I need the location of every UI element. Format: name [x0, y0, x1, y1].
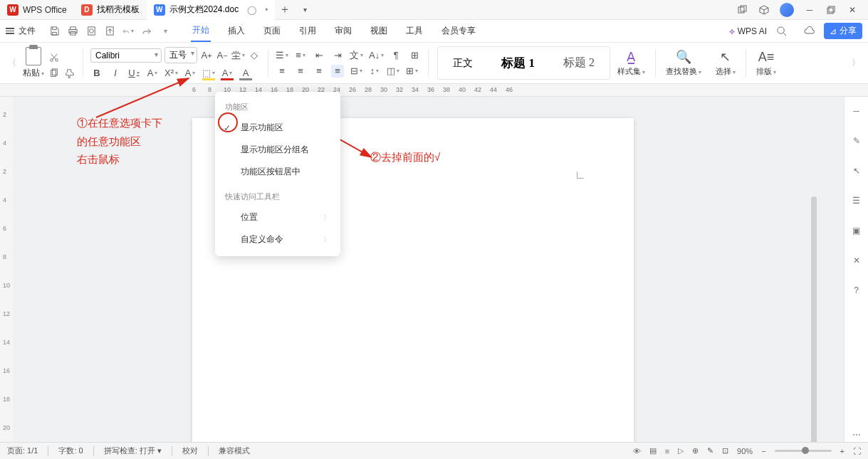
- style-normal[interactable]: 正文: [441, 52, 485, 75]
- tab-dropdown-button[interactable]: ▾: [295, 6, 315, 14]
- new-tab-button[interactable]: ＋: [275, 2, 295, 17]
- bullets-button[interactable]: ☰: [276, 49, 288, 62]
- strikethrough-button[interactable]: A: [146, 66, 159, 79]
- pencil-icon[interactable]: ✎: [849, 134, 864, 148]
- font-name-select[interactable]: Calibri: [90, 48, 162, 63]
- zoom-in-button[interactable]: +: [840, 447, 845, 455]
- align-left-button[interactable]: ≡: [276, 65, 288, 78]
- status-page[interactable]: 页面: 1/1: [7, 445, 38, 456]
- style-gallery[interactable]: 正文 标题 1 标题 2: [437, 46, 610, 80]
- grow-font-icon[interactable]: A+: [200, 49, 213, 62]
- style-heading1[interactable]: 标题 1: [489, 50, 547, 76]
- save-icon[interactable]: [48, 26, 60, 37]
- view-grid-icon[interactable]: ⊡: [722, 446, 728, 455]
- cloud-icon[interactable]: [804, 26, 815, 37]
- find-replace-button[interactable]: 🔍 查找替换: [659, 49, 708, 77]
- tab-tools[interactable]: 工具: [404, 21, 424, 41]
- collapse-icon[interactable]: ─: [849, 104, 864, 118]
- ribbon-scroll-right[interactable]: 〉: [849, 57, 862, 69]
- text-effect-button[interactable]: A: [184, 66, 197, 79]
- clear-format-icon[interactable]: ◇: [248, 49, 261, 62]
- search-icon[interactable]: [775, 26, 787, 37]
- ribbon-scroll-left[interactable]: 〈: [6, 57, 19, 69]
- ctx-center-buttons[interactable]: 功能区按钮居中: [215, 161, 340, 183]
- qat-customize-button[interactable]: ▾: [160, 26, 171, 37]
- ctx-customize[interactable]: 自定义命令 〉: [215, 228, 340, 250]
- zoom-level[interactable]: 90%: [737, 447, 753, 455]
- tab-view[interactable]: 视图: [369, 21, 389, 41]
- distribute-button[interactable]: ⊟: [350, 65, 362, 78]
- font-color-button[interactable]: A: [221, 66, 234, 79]
- ctx-show-group-names[interactable]: 显示功能区分组名: [215, 139, 340, 161]
- text-direction-button[interactable]: 文: [350, 49, 363, 62]
- highlight-button[interactable]: ⬚: [202, 66, 215, 79]
- view-page-icon[interactable]: ▤: [649, 446, 657, 455]
- select-button[interactable]: ↖ 选择: [708, 49, 743, 77]
- shrink-font-icon[interactable]: A−: [216, 49, 229, 62]
- document-tab[interactable]: W 示例文档2024.doc ◯ •: [147, 0, 276, 20]
- italic-button[interactable]: I: [109, 66, 122, 79]
- print-preview-icon[interactable]: [85, 26, 97, 37]
- redo-button[interactable]: [141, 26, 152, 37]
- tab-references[interactable]: 引用: [298, 21, 318, 41]
- cut-icon[interactable]: [48, 52, 60, 63]
- window-multiwin-icon[interactable]: [737, 4, 748, 16]
- tab-member[interactable]: 会员专享: [440, 21, 477, 41]
- ctx-position[interactable]: 位置 〉: [215, 206, 340, 228]
- style-heading2[interactable]: 标题 2: [551, 51, 607, 75]
- tab-insert[interactable]: 插入: [226, 21, 246, 41]
- print-icon[interactable]: [67, 26, 78, 37]
- image-panel-icon[interactable]: ▣: [849, 223, 864, 238]
- wps-ai-button[interactable]: ⟡ WPS AI: [729, 26, 767, 36]
- status-words[interactable]: 字数: 0: [58, 445, 83, 456]
- horizontal-ruler[interactable]: 6810121416182022242628303234363840424446: [0, 84, 868, 97]
- decrease-indent-button[interactable]: ⇤: [313, 49, 325, 62]
- tools-panel-icon[interactable]: ✕: [849, 253, 864, 268]
- more-icon[interactable]: ⋯: [849, 428, 864, 442]
- close-button[interactable]: ✕: [847, 4, 858, 16]
- tab-page[interactable]: 页面: [262, 21, 282, 41]
- cube-icon[interactable]: [758, 4, 770, 16]
- status-compat[interactable]: 兼容模式: [219, 445, 250, 456]
- align-right-button[interactable]: ≡: [313, 65, 325, 78]
- view-annotate-icon[interactable]: ✎: [707, 446, 713, 455]
- scroll-thumb[interactable]: [811, 196, 817, 442]
- user-avatar[interactable]: [780, 3, 794, 17]
- snap-button[interactable]: ⊞: [408, 49, 421, 62]
- ctx-show-ribbon[interactable]: ✓ 显示功能区: [215, 117, 340, 139]
- zoom-slider[interactable]: [775, 450, 832, 452]
- bold-button[interactable]: B: [90, 66, 103, 79]
- numbering-button[interactable]: ≡: [294, 49, 307, 62]
- view-web-icon[interactable]: ⊕: [692, 446, 699, 455]
- clipboard-panel-icon[interactable]: ☰: [849, 194, 864, 208]
- fullscreen-icon[interactable]: ⛶: [853, 447, 861, 455]
- align-center-button[interactable]: ≡: [294, 65, 307, 78]
- copy-icon[interactable]: [48, 68, 60, 79]
- vertical-scrollbar[interactable]: [811, 196, 818, 442]
- format-painter-icon[interactable]: [64, 68, 75, 79]
- zoom-knob[interactable]: [802, 447, 809, 454]
- paste-button[interactable]: 粘贴: [23, 47, 44, 79]
- templates-tab[interactable]: D 找稻壳模板: [74, 0, 147, 20]
- change-case-icon[interactable]: 坣: [231, 49, 245, 62]
- char-shading-button[interactable]: A: [239, 66, 252, 79]
- layout-button[interactable]: A≡ 排版: [749, 49, 783, 77]
- superscript-button[interactable]: X²: [164, 66, 178, 79]
- styleset-button[interactable]: A̲ 样式集: [610, 49, 652, 77]
- help-icon[interactable]: ?: [849, 283, 864, 297]
- justify-button[interactable]: ≡: [331, 65, 344, 78]
- tab-review[interactable]: 审阅: [333, 21, 353, 41]
- vertical-ruler[interactable]: 242468101214161820: [0, 97, 13, 442]
- zoom-out-button[interactable]: −: [761, 447, 765, 455]
- increase-indent-button[interactable]: ⇥: [331, 49, 344, 62]
- font-size-select[interactable]: 五号: [164, 47, 197, 63]
- line-spacing-button[interactable]: ↕: [368, 65, 381, 78]
- status-spellcheck[interactable]: 拼写检查: 打开 ▾: [104, 445, 162, 456]
- minimize-button[interactable]: ─: [804, 4, 815, 16]
- undo-button[interactable]: [122, 26, 134, 37]
- app-tab[interactable]: W WPS Office: [0, 0, 74, 20]
- view-read-icon[interactable]: 👁: [633, 447, 641, 455]
- tab-home[interactable]: 开始: [191, 20, 211, 42]
- status-proof[interactable]: 校对: [182, 445, 198, 456]
- share-button[interactable]: ⊿ 分享: [824, 23, 862, 39]
